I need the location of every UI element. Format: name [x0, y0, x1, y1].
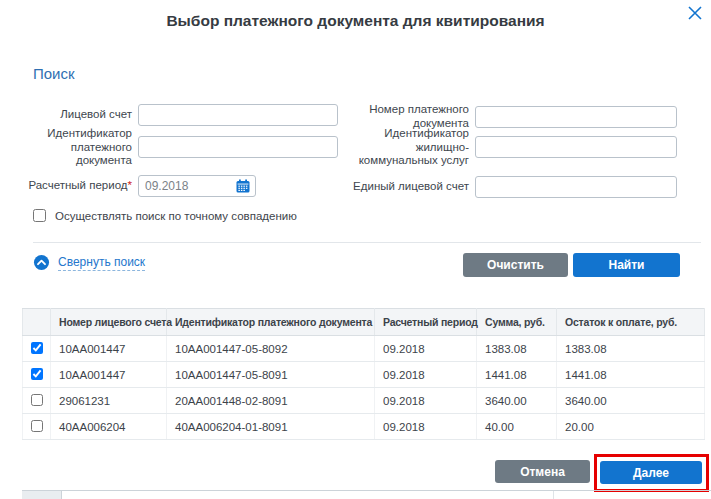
table-header-row: Номер лицевого счета Идентификатор плате… — [23, 309, 705, 336]
period-label: Расчетный период* — [16, 179, 138, 193]
account-label: Лицевой счет — [16, 108, 138, 122]
field-row-unified-account: Единый лицевой счет — [350, 176, 677, 198]
cell-account: 29061231 — [51, 388, 167, 414]
unified-account-input[interactable] — [475, 176, 677, 198]
cell-balance: 1441.08 — [557, 362, 705, 388]
cell-balance: 20.00 — [557, 414, 705, 440]
cell-amount: 3640.00 — [477, 388, 557, 414]
exact-match-row: Осуществлять поиск по точному совпадению — [33, 209, 297, 222]
cell-period: 09.2018 — [375, 388, 477, 414]
row-checkbox[interactable] — [31, 394, 43, 406]
cell-document-id: 10AA001447-05-8092 — [167, 336, 375, 362]
row-checkbox[interactable] — [31, 342, 43, 354]
field-row-account: Лицевой счет — [16, 104, 338, 126]
exact-match-label: Осуществлять поиск по точному совпадению — [55, 210, 297, 222]
search-section-title: Поиск — [33, 65, 75, 82]
cell-balance: 1383.08 — [557, 336, 705, 362]
cell-amount: 1383.08 — [477, 336, 557, 362]
field-row-period: Расчетный период* — [16, 175, 256, 197]
unified-account-label: Единый лицевой счет — [350, 180, 475, 194]
payment-document-dialog: Выбор платежного документа для квитирова… — [0, 0, 711, 499]
cell-amount: 40.00 — [477, 414, 557, 440]
table-row: 10AA001447 10AA001447-05-8091 09.2018 14… — [23, 362, 705, 388]
required-asterisk: * — [128, 179, 132, 191]
cell-balance: 3640.00 — [557, 388, 705, 414]
next-button[interactable]: Далее — [600, 461, 702, 484]
field-row-doc-id: Идентификатор платежного документа — [16, 127, 338, 168]
housing-id-input[interactable] — [475, 136, 677, 158]
cell-document-id: 20AA001448-02-8091 — [167, 388, 375, 414]
header-amount: Сумма, руб. — [477, 309, 557, 336]
calendar-icon[interactable] — [236, 179, 250, 193]
table-row: 29061231 20AA001448-02-8091 09.2018 3640… — [23, 388, 705, 414]
header-select-column — [23, 309, 51, 336]
cell-account: 40AA006204 — [51, 414, 167, 440]
cell-document-id: 40AA006204-01-8091 — [167, 414, 375, 440]
cell-account: 10AA001447 — [51, 336, 167, 362]
dialog-title: Выбор платежного документа для квитирова… — [0, 12, 711, 30]
header-document-id: Идентификатор платежного документа — [167, 309, 375, 336]
background-table-divider — [553, 491, 554, 499]
results-table: Номер лицевого счета Идентификатор плате… — [22, 308, 705, 440]
doc-number-input[interactable] — [475, 106, 677, 128]
background-table-cell — [22, 491, 62, 499]
background-table-edge — [22, 490, 711, 499]
table-row: 10AA001447 10AA001447-05-8092 09.2018 13… — [23, 336, 705, 362]
close-icon[interactable] — [686, 4, 704, 22]
doc-id-input[interactable] — [138, 136, 338, 158]
header-account: Номер лицевого счета — [51, 309, 167, 336]
housing-id-label: Идентификатор жилищно-коммунальных услуг — [350, 127, 475, 168]
section-divider — [33, 242, 701, 243]
table-row: 40AA006204 40AA006204-01-8091 09.2018 40… — [23, 414, 705, 440]
collapse-search-label: Свернуть поиск — [58, 255, 145, 271]
cell-amount: 1441.08 — [477, 362, 557, 388]
header-balance: Остаток к оплате, руб. — [557, 309, 705, 336]
chevron-up-circle-icon — [33, 254, 50, 271]
cell-account: 10AA001447 — [51, 362, 167, 388]
row-checkbox[interactable] — [31, 368, 43, 380]
cell-period: 09.2018 — [375, 414, 477, 440]
collapse-search-link[interactable]: Свернуть поиск — [33, 254, 145, 271]
account-input[interactable] — [138, 104, 338, 126]
clear-button[interactable]: Очистить — [463, 253, 568, 277]
header-period: Расчетный период — [375, 309, 477, 336]
cell-document-id: 10AA001447-05-8091 — [167, 362, 375, 388]
exact-match-checkbox[interactable] — [33, 209, 46, 222]
cell-period: 09.2018 — [375, 362, 477, 388]
cancel-button[interactable]: Отмена — [495, 460, 590, 483]
row-checkbox[interactable] — [31, 420, 43, 432]
find-button[interactable]: Найти — [573, 253, 680, 277]
cell-period: 09.2018 — [375, 336, 477, 362]
doc-id-label: Идентификатор платежного документа — [16, 127, 138, 168]
field-row-housing-id: Идентификатор жилищно-коммунальных услуг — [350, 127, 677, 168]
